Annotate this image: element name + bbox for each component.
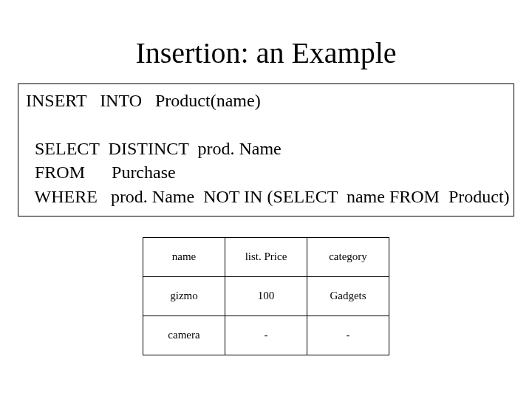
table-cell: gizmo [143,276,225,316]
code-line-4: FROM Purchase [26,163,176,182]
col-header: name [143,237,225,276]
col-header: list. Price [225,237,307,276]
product-table: name list. Price category gizmo 100 Gadg… [143,237,389,355]
sql-code-box: INSERT INTO Product(name) SELECT DISTINC… [18,83,514,216]
table-cell: - [307,316,389,355]
code-line-1: INSERT INTO Product(name) [26,91,261,110]
table-cell: - [225,316,307,355]
code-line-5: WHERE prod. Name NOT IN (SELECT name FRO… [26,187,510,206]
col-header: category [307,237,389,276]
table-wrapper: name list. Price category gizmo 100 Gadg… [0,237,532,355]
slide: Insertion: an Example INSERT INTO Produc… [0,35,532,399]
page-title: Insertion: an Example [0,35,532,70]
table-row: gizmo 100 Gadgets [143,276,389,316]
table-cell: Gadgets [307,276,389,316]
table-row: camera - - [143,316,389,355]
table-cell: 100 [225,276,307,316]
table-header-row: name list. Price category [143,237,389,276]
table-cell: camera [143,316,225,355]
code-line-3: SELECT DISTINCT prod. Name [26,139,282,158]
